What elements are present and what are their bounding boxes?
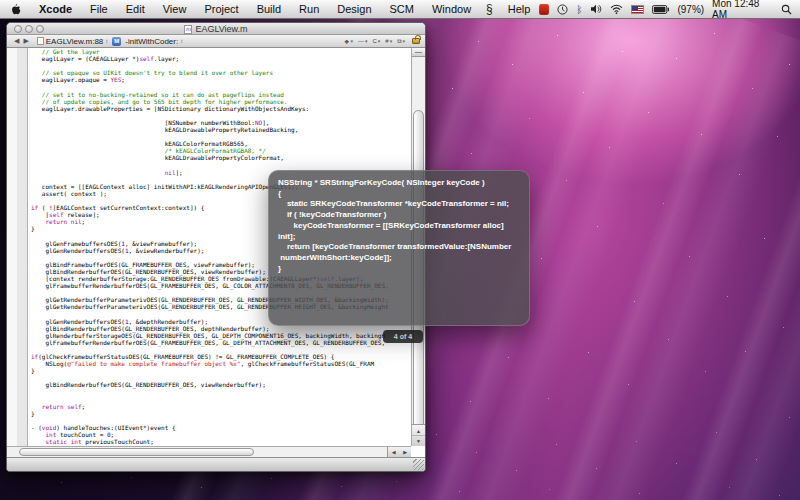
menu-item-run[interactable]: Run	[290, 0, 328, 18]
find-count-badge: 4 of 4	[383, 330, 423, 343]
code-overlay-panel: NSString * SRStringForKeyCode( NSInteger…	[268, 170, 530, 326]
editor-gutter	[7, 48, 28, 446]
code-line: glBindRenderbufferOES(GL_RENDERBUFFER_OE…	[31, 381, 411, 388]
menu-item-build[interactable]: Build	[248, 0, 290, 18]
code-line	[31, 374, 411, 381]
battery-percent: (97%)	[677, 4, 704, 15]
input-language-flag-icon[interactable]	[631, 5, 644, 14]
back-button[interactable]: ◀	[14, 37, 19, 45]
lock-icon[interactable]	[412, 38, 420, 44]
menu-item-file[interactable]: File	[81, 0, 117, 18]
menu-item-xcode[interactable]: Xcode	[30, 0, 81, 18]
file-icon	[37, 37, 44, 45]
code-line: eaglLayer.drawableProperties = [NSDictio…	[31, 105, 411, 112]
menu-item-window[interactable]: Window	[423, 0, 480, 18]
menu-item-edit[interactable]: Edit	[117, 0, 154, 18]
clock-menu-icon[interactable]	[557, 4, 568, 15]
forward-button[interactable]: ▶	[23, 37, 28, 45]
file-popup-label: EAGLView.m:88	[46, 37, 104, 46]
code-line: - (void) handleTouches:(UIEvent*)event {	[31, 424, 411, 431]
code-line: int touchCount = 0;	[31, 431, 411, 438]
window-title-text: EAGLView.m	[195, 24, 247, 34]
volume-menu-icon[interactable]	[590, 4, 602, 14]
code-line: glRenderbufferStorageOES(GL_RENDERBUFFER…	[31, 332, 411, 339]
overlay-code-line: {	[278, 189, 520, 200]
code-line: if(glCheckFramebufferStatusOES(GL_FRAMEB…	[31, 353, 411, 360]
window-title-bar[interactable]: m EAGLView.m	[7, 23, 425, 35]
code-line: /* kEAGLColorFormatRGBA8, */	[31, 147, 411, 154]
overlay-code-line: if ( !keyCodeTransformer )	[278, 210, 520, 221]
apple-menu[interactable]	[0, 3, 30, 16]
code-line: // of update copies, and go to 565 bit d…	[31, 98, 411, 105]
menu-item-view[interactable]: View	[154, 0, 196, 18]
menu-items: XcodeFileEditViewProjectBuildRunDesignSC…	[30, 0, 539, 18]
code-line	[31, 396, 411, 403]
nav-toolbar: ❖▾ —▾ C▾ #▾ ⧉▾	[344, 38, 422, 45]
horizontal-scroll-arrows: ◀ ▶	[387, 447, 411, 457]
menu-bar: XcodeFileEditViewProjectBuildRunDesignSC…	[0, 0, 800, 19]
code-line: }	[31, 367, 411, 374]
window-title: m EAGLView.m	[7, 23, 425, 35]
method-badge-icon: M	[112, 37, 121, 46]
bluetooth-menu-icon[interactable]: ᛒ	[576, 4, 582, 15]
overlay-code-line: numberWithShort:keyCode]];	[278, 253, 520, 264]
menu-item-design[interactable]: Design	[328, 0, 380, 18]
class-browser-button[interactable]: C▾	[372, 38, 380, 44]
menu-item-project[interactable]: Project	[195, 0, 247, 18]
code-line: static int previousTouchCount;	[31, 438, 411, 445]
code-line: eaglLayer.opaque = YES;	[31, 76, 411, 83]
file-popup[interactable]: EAGLView.m:88 ↕	[33, 37, 113, 46]
code-line: kEAGLColorFormatRGB565,	[31, 140, 411, 147]
document-icon: m	[184, 25, 192, 34]
desktop: XcodeFileEditViewProjectBuildRunDesignSC…	[0, 0, 800, 500]
overlay-code-line: NSString * SRStringForKeyCode( NSInteger…	[278, 178, 520, 189]
battery-icon[interactable]	[652, 5, 669, 14]
bookmarks-button[interactable]: ❖▾	[344, 38, 353, 45]
horizontal-scroll-thumb[interactable]	[19, 448, 254, 456]
scroll-left-arrow[interactable]: ◀	[392, 449, 396, 455]
popup-arrows-icon: ↕	[105, 38, 108, 44]
window-status-bar	[7, 457, 425, 471]
code-line: kEAGLDrawablePropertyColorFormat,	[31, 154, 411, 161]
code-line: // Get the layer	[31, 48, 411, 55]
code-line: NSLog(@"failed to make complete framebuf…	[31, 360, 411, 367]
code-line	[31, 83, 411, 90]
code-line: }	[31, 410, 411, 417]
overlay-code-line: static SRKeyCodeTransformer *keyCodeTran…	[278, 199, 520, 210]
resize-grip[interactable]	[413, 459, 424, 470]
code-line: // set opaque so UIKit doesn't try to bl…	[31, 69, 411, 76]
breakpoints-button[interactable]: —▾	[358, 38, 368, 44]
code-line	[31, 389, 411, 396]
code-line: glFramebufferRenderbufferOES(GL_FRAMEBUF…	[31, 339, 411, 346]
code-line: [NSNumber numberWithBool:NO],	[31, 119, 411, 126]
symbol-popup[interactable]: -initWithCoder: ↕	[121, 37, 187, 46]
menu-status-area: ᛒ (97%) Mon 12:48 AM	[539, 0, 800, 18]
code-line: return self;	[31, 403, 411, 410]
code-line	[31, 133, 411, 140]
includes-button[interactable]: #▾	[385, 38, 392, 44]
red-app-menu-icon[interactable]	[539, 4, 549, 15]
script-menu-icon[interactable]: §	[480, 0, 499, 18]
scroll-down-arrow[interactable]: ▼	[412, 435, 425, 446]
history-arrows: ◀ ▶	[10, 37, 33, 45]
wifi-menu-icon[interactable]	[610, 4, 623, 14]
code-line: eaglLayer = (CAEAGLLayer *)self.layer;	[31, 55, 411, 62]
horizontal-scrollbar[interactable]: ◀ ▶	[7, 446, 411, 457]
scroll-right-arrow[interactable]: ▶	[403, 449, 407, 455]
spotlight-icon[interactable]	[781, 4, 792, 15]
code-line	[31, 346, 411, 353]
editor-nav-bar: ◀ ▶ EAGLView.m:88 ↕ M -initWithCoder: ↕ …	[7, 35, 425, 48]
code-line: // set it to no-backing-retained so it c…	[31, 91, 411, 98]
overlay-code-line: }	[278, 264, 520, 275]
menu-clock[interactable]: Mon 12:48 AM	[712, 0, 773, 20]
code-line: kEAGLDrawablePropertyRetainedBacking,	[31, 126, 411, 133]
code-line	[31, 62, 411, 69]
overlay-code-line: keyCodeTransformer = [[SRKeyCodeTransfor…	[278, 221, 520, 242]
split-editor-button[interactable]	[412, 48, 425, 57]
code-line	[31, 417, 411, 424]
menu-item-help[interactable]: Help	[499, 0, 540, 18]
symbol-popup-label: -initWithCoder:	[125, 37, 178, 46]
apple-icon	[10, 3, 21, 16]
counterpart-button[interactable]: ⧉▾	[397, 38, 405, 45]
menu-item-scm[interactable]: SCM	[381, 0, 423, 18]
